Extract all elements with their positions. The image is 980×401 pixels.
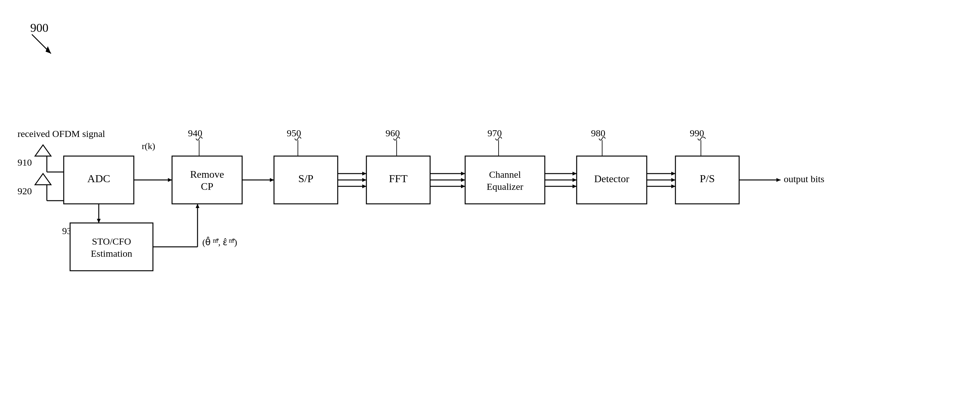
- ref-910: 910: [18, 157, 32, 167]
- remove-cp-label1: Remove: [190, 169, 224, 180]
- svg-marker-41: [671, 178, 675, 182]
- channel-eq-block: [465, 156, 545, 204]
- sp-label: S/P: [298, 173, 313, 185]
- svg-marker-43: [671, 185, 675, 188]
- ref-990: 990: [690, 128, 704, 138]
- channel-eq-label1: Channel: [489, 169, 521, 180]
- svg-marker-34: [573, 178, 577, 182]
- sto-cfo-label2: Estimation: [91, 248, 132, 259]
- svg-marker-48: [97, 219, 101, 223]
- rk-label: r(k): [142, 141, 155, 151]
- ref-980: 980: [591, 128, 605, 138]
- svg-marker-39: [671, 172, 675, 175]
- svg-marker-1: [46, 46, 51, 54]
- svg-marker-18: [362, 172, 366, 175]
- svg-marker-29: [461, 185, 465, 188]
- svg-marker-27: [461, 178, 465, 182]
- svg-marker-25: [461, 172, 465, 175]
- detector-label: Detector: [594, 173, 630, 185]
- svg-marker-36: [573, 185, 577, 188]
- sto-cfo-block: [70, 223, 153, 271]
- remove-cp-block: [172, 156, 242, 204]
- svg-marker-20: [362, 178, 366, 182]
- svg-marker-2: [35, 145, 51, 156]
- adc-label: ADC: [87, 173, 110, 185]
- svg-marker-15: [270, 178, 274, 182]
- diagram-container: 900 received OFDM signal 910 920 ADC r(k…: [0, 0, 980, 401]
- received-signal-label: received OFDM signal: [18, 128, 105, 139]
- svg-marker-46: [776, 178, 781, 182]
- fft-label: FFT: [389, 173, 408, 185]
- svg-marker-22: [362, 185, 366, 188]
- figure-number: 900: [30, 21, 48, 34]
- svg-marker-6: [35, 173, 51, 185]
- output-bits-label: output bits: [784, 173, 824, 184]
- ref-970: 970: [487, 128, 502, 138]
- diagram-svg: 900 received OFDM signal 910 920 ADC r(k…: [0, 0, 980, 401]
- ref-940: 940: [188, 128, 202, 138]
- channel-eq-label2: Equalizer: [487, 181, 523, 192]
- params-comma: , ε̂: [218, 237, 228, 247]
- ps-label: P/S: [700, 173, 714, 185]
- ref-960: 960: [385, 128, 400, 138]
- sto-cfo-label1: STO/CFO: [92, 236, 131, 247]
- svg-marker-51: [196, 204, 199, 208]
- svg-marker-32: [573, 172, 577, 175]
- params-close: ): [234, 237, 237, 247]
- remove-cp-label2: CP: [201, 181, 213, 192]
- params-label: (θ̂: [202, 237, 211, 247]
- ref-950: 950: [287, 128, 301, 138]
- ref-920: 920: [18, 186, 32, 196]
- svg-marker-12: [168, 178, 172, 182]
